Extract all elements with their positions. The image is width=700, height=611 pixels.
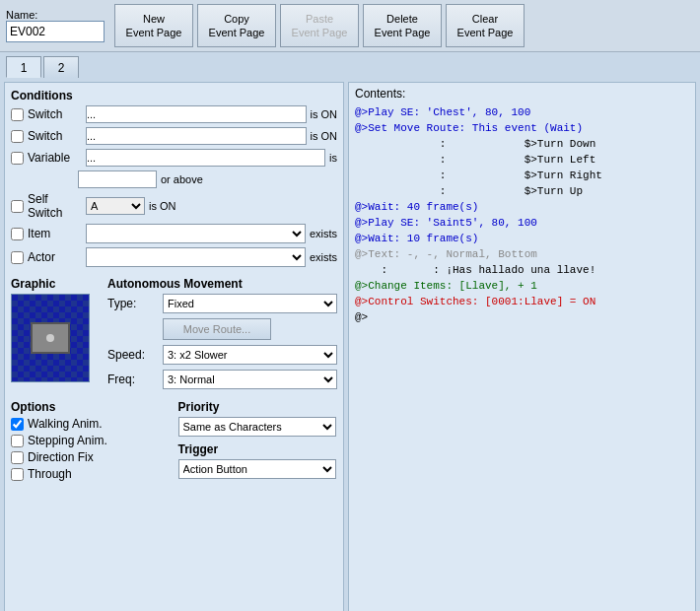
or-above-input[interactable] <box>78 170 157 188</box>
list-item: @> <box>355 309 689 325</box>
auton-speed-select[interactable]: 1: x8 Slower 2: x4 Slower 3: x2 Slower 4… <box>163 345 337 365</box>
stepping-anim-checkbox[interactable] <box>11 435 24 447</box>
condition-switch2-row: Switch is ON <box>11 127 337 145</box>
condition-variable-row: Variable is <box>11 149 337 167</box>
switch1-status: is ON <box>311 108 338 120</box>
priority-select[interactable]: Below Characters Same as Characters Abov… <box>178 417 336 437</box>
header: Name: NewEvent Page CopyEvent Page Paste… <box>0 0 700 52</box>
selfswitch-status: is ON <box>149 200 176 212</box>
autonomous-title: Autonomous Movement <box>107 277 337 291</box>
delete-event-page-button[interactable]: DeleteEvent Page <box>363 4 442 47</box>
auton-type-row: Type: Fixed Random Approach Custom <box>107 294 337 313</box>
list-item: : $>Turn Left <box>355 152 689 168</box>
switch2-status: is ON <box>311 130 338 142</box>
graphic-canvas[interactable] <box>11 294 90 382</box>
list-item: @>Set Move Route: This event (Wait) <box>355 120 689 136</box>
clear-event-page-button[interactable]: ClearEvent Page <box>446 4 525 47</box>
contents-list: @>Play SE: 'Chest', 80, 100 @>Set Move R… <box>355 104 689 325</box>
list-item: @>Wait: 40 frame(s) <box>355 199 689 215</box>
auton-speed-label: Speed: <box>107 348 157 362</box>
item-checkbox[interactable] <box>11 228 24 240</box>
variable-label: Variable <box>28 151 82 165</box>
switch2-input[interactable] <box>86 127 307 145</box>
item-status: exists <box>310 228 337 239</box>
options-section: Options Walking Anim. Stepping Anim. Dir… <box>11 400 171 484</box>
copy-event-page-button[interactable]: CopyEvent Page <box>197 4 276 47</box>
variable-checkbox[interactable] <box>11 152 24 165</box>
options-priority-row: Options Walking Anim. Stepping Anim. Dir… <box>11 400 337 484</box>
list-item: : $>Turn Right <box>355 168 689 183</box>
through-checkbox[interactable] <box>11 468 24 481</box>
header-buttons: NewEvent Page CopyEvent Page PasteEvent … <box>114 4 525 47</box>
walking-anim-label: Walking Anim. <box>28 417 103 431</box>
switch1-checkbox[interactable] <box>11 108 24 121</box>
switch1-label: Switch <box>28 107 82 121</box>
name-label: Name: <box>6 9 105 21</box>
condition-actor-row: Actor exists <box>11 247 337 267</box>
direction-fix-label: Direction Fix <box>28 450 94 464</box>
conditions-section: Conditions Switch is ON Switch is ON Var… <box>11 89 337 271</box>
option-walking-row: Walking Anim. <box>11 417 171 431</box>
condition-item-row: Item exists <box>11 224 337 243</box>
priority-section: Priority Below Characters Same as Charac… <box>178 400 338 437</box>
graphic-autonomous-section: Graphic Autonomous Movement Type: Fixed … <box>11 277 337 394</box>
list-item: @>Wait: 10 frame(s) <box>355 231 689 246</box>
list-item: : $>Turn Up <box>355 183 689 199</box>
variable-input[interactable] <box>86 149 325 167</box>
direction-fix-checkbox[interactable] <box>11 451 24 464</box>
actor-status: exists <box>310 251 337 263</box>
auton-freq-row: Freq: 1: Lowest 2: Lower 3: Normal 4: Hi… <box>107 370 337 389</box>
name-wrapper: Name: <box>6 9 105 42</box>
condition-switch1-row: Switch is ON <box>11 105 337 123</box>
or-above-row: or above <box>11 170 337 188</box>
item-label: Item <box>28 227 82 240</box>
list-item: : $>Turn Down <box>355 136 689 152</box>
selfswitch-select[interactable]: ABCD <box>86 197 145 215</box>
actor-label: Actor <box>28 250 82 264</box>
actor-checkbox[interactable] <box>11 251 24 264</box>
switch2-label: Switch <box>28 129 82 143</box>
new-event-page-button[interactable]: NewEvent Page <box>114 4 193 47</box>
graphic-chest-sprite <box>31 322 70 354</box>
item-select[interactable] <box>86 224 306 243</box>
list-item: @>Play SE: 'Saint5', 80, 100 <box>355 215 689 231</box>
actor-select[interactable] <box>86 247 306 267</box>
trigger-section: Trigger Action Button Player Touch Event… <box>178 442 338 479</box>
list-item: @>Play SE: 'Chest', 80, 100 <box>355 104 689 120</box>
trigger-select[interactable]: Action Button Player Touch Event Touch A… <box>178 459 336 479</box>
through-label: Through <box>28 467 72 481</box>
options-title: Options <box>11 400 171 414</box>
graphic-title: Graphic <box>11 277 100 291</box>
selfswitch-checkbox[interactable] <box>11 200 24 213</box>
auton-freq-select[interactable]: 1: Lowest 2: Lower 3: Normal 4: High 5: … <box>163 370 337 389</box>
graphic-section: Graphic <box>11 277 100 394</box>
list-item: @>Change Items: [Llave], + 1 <box>355 278 689 294</box>
auton-type-label: Type: <box>107 297 157 310</box>
list-item: @>Control Switches: [0001:Llave] = ON <box>355 294 689 309</box>
list-item: : : ¡Has hallado una llave! <box>355 262 689 278</box>
variable-status: is <box>329 152 337 164</box>
paste-event-page-button[interactable]: PasteEvent Page <box>280 4 359 47</box>
right-panel: Contents: @>Play SE: 'Chest', 80, 100 @>… <box>348 82 696 611</box>
condition-selfswitch-row: Self Switch ABCD is ON <box>11 192 337 220</box>
tabs-row: 1 2 <box>0 52 700 78</box>
contents-title: Contents: <box>355 87 689 101</box>
autonomous-section: Autonomous Movement Type: Fixed Random A… <box>107 277 337 394</box>
tab-1[interactable]: 1 <box>6 56 41 78</box>
stepping-anim-label: Stepping Anim. <box>28 434 107 447</box>
list-item: @>Text: -, -, Normal, Bottom <box>355 246 689 262</box>
priority-title: Priority <box>178 400 338 414</box>
priority-trigger-col: Priority Below Characters Same as Charac… <box>178 400 338 484</box>
auton-freq-label: Freq: <box>107 373 157 386</box>
switch1-input[interactable] <box>86 105 307 123</box>
walking-anim-checkbox[interactable] <box>11 418 24 431</box>
option-stepping-row: Stepping Anim. <box>11 434 171 447</box>
auton-speed-row: Speed: 1: x8 Slower 2: x4 Slower 3: x2 S… <box>107 345 337 365</box>
trigger-title: Trigger <box>178 442 338 456</box>
auton-type-select[interactable]: Fixed Random Approach Custom <box>163 294 337 313</box>
main-area: Conditions Switch is ON Switch is ON Var… <box>0 78 700 611</box>
tab-2[interactable]: 2 <box>43 56 79 78</box>
switch2-checkbox[interactable] <box>11 130 24 143</box>
name-input[interactable] <box>6 21 105 42</box>
move-route-button[interactable]: Move Route... <box>163 318 271 340</box>
